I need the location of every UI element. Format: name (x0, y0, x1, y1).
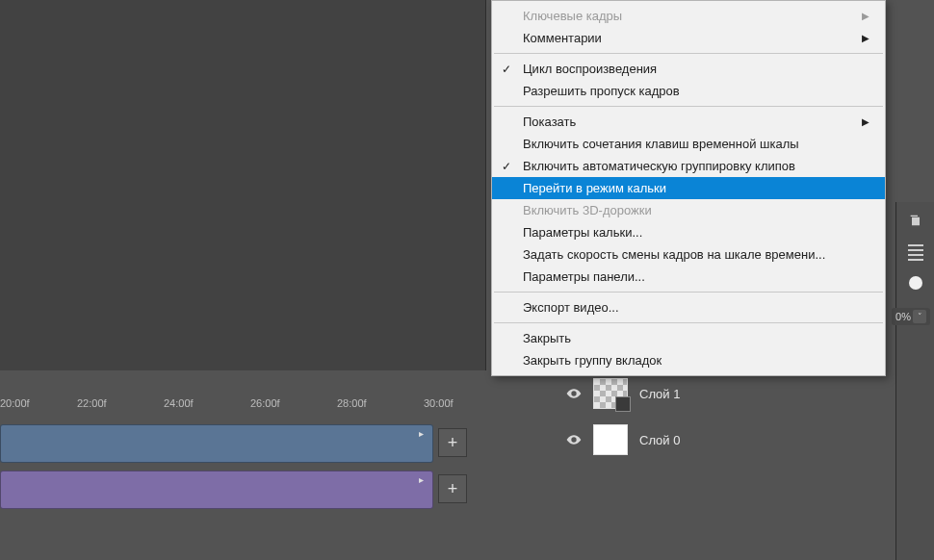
menu-item[interactable]: Комментарии▶ (492, 27, 885, 49)
menu-item[interactable]: Разрешить пропуск кадров (492, 80, 885, 102)
menu-item[interactable]: Перейти в режим кальки (492, 177, 885, 199)
menu-item-label: Показать (523, 115, 576, 129)
menu-item[interactable]: Параметры кальки... (492, 221, 885, 243)
menu-item-label: Разрешить пропуск кадров (523, 84, 680, 98)
menu-item[interactable]: Включить сочетания клавиш временной шкал… (492, 133, 885, 155)
menu-item-label: Цикл воспроизведения (523, 62, 657, 76)
timeline-ruler[interactable]: 20:00f 22:00f 24:00f 26:00f 28:00f 30:00… (0, 392, 486, 413)
time-tick: 26:00f (250, 397, 280, 409)
menu-item[interactable]: ✓Включить автоматическую группировку кли… (492, 155, 885, 177)
visibility-icon[interactable] (566, 386, 582, 401)
menu-item[interactable]: Закрыть группу вкладок (492, 349, 885, 371)
menu-item-label: Включить автоматическую группировку клип… (523, 159, 795, 173)
menu-item-label: Экспорт видео... (523, 300, 619, 315)
menu-item[interactable]: Задать скорость смены кадров на шкале вр… (492, 243, 885, 266)
menu-item-label: Задать скорость смены кадров на шкале вр… (523, 247, 825, 262)
menu-item-label: Закрыть группу вкладок (523, 353, 662, 368)
menu-item[interactable]: Экспорт видео... (492, 296, 885, 318)
menu-separator (494, 106, 883, 107)
layer-row[interactable]: Слой 0 (558, 417, 905, 463)
time-tick: 28:00f (337, 397, 367, 409)
time-tick: 22:00f (77, 397, 107, 409)
add-track-button[interactable]: + (438, 428, 467, 457)
menu-item: Ключевые кадры▶ (492, 5, 885, 27)
time-tick: 20:00f (0, 397, 30, 409)
menu-item[interactable]: Параметры панели... (492, 266, 885, 288)
menu-item-label: Включить сочетания клавиш временной шкал… (523, 137, 799, 151)
menu-item-label: Ключевые кадры (523, 9, 622, 23)
timeline-area: 20:00f 22:00f 24:00f 26:00f 28:00f 30:00… (0, 370, 486, 560)
menu-item[interactable]: Показать▶ (492, 111, 885, 133)
layer-name[interactable]: Слой 0 (639, 433, 680, 447)
visibility-icon[interactable] (566, 432, 582, 447)
check-icon: ✓ (502, 63, 511, 76)
check-icon: ✓ (502, 160, 511, 173)
add-track-button[interactable]: + (438, 474, 467, 503)
menu-item-label: Перейти в режим кальки (523, 181, 666, 195)
menu-separator (494, 322, 883, 323)
layers-panel: Слой 1 Слой 0 (558, 370, 905, 486)
menu-item[interactable]: ✓Цикл воспроизведения (492, 58, 885, 80)
chevron-down-icon[interactable]: ˅ (913, 310, 926, 323)
menu-item-label: Параметры кальки... (523, 225, 642, 240)
opacity-readout[interactable]: 0% ˅ (892, 308, 930, 325)
submenu-arrow-icon: ▶ (862, 33, 869, 43)
submenu-arrow-icon: ▶ (862, 116, 869, 127)
time-tick: 24:00f (164, 397, 194, 409)
timeline-clip-blue[interactable]: ▸ (0, 424, 433, 463)
layer-thumbnail[interactable] (593, 424, 628, 455)
menu-item-label: Включить 3D-дорожки (523, 203, 652, 217)
opacity-value: 0% (895, 311, 911, 322)
color-dot-icon[interactable] (909, 276, 922, 290)
clip-menu-icon[interactable]: ▸ (419, 428, 428, 438)
menu-item-label: Параметры панели... (523, 269, 645, 284)
layer-row[interactable]: Слой 1 (558, 370, 905, 417)
menu-separator (494, 292, 883, 293)
menu-item: Включить 3D-дорожки (492, 199, 885, 221)
layer-name[interactable]: Слой 1 (639, 387, 680, 401)
submenu-arrow-icon: ▶ (862, 11, 869, 21)
timeline-clip-purple[interactable]: ▸ (0, 471, 433, 509)
clip-menu-icon[interactable]: ▸ (419, 474, 428, 484)
timeline-context-menu: Ключевые кадры▶Комментарии▶✓Цикл воспрои… (491, 0, 886, 376)
preview-canvas (0, 0, 486, 370)
time-tick: 30:00f (424, 397, 454, 409)
trash-icon[interactable] (907, 212, 924, 229)
layer-thumbnail[interactable] (593, 378, 628, 409)
menu-item-label: Комментарии (523, 31, 602, 45)
menu-item-label: Закрыть (523, 331, 571, 345)
menu-item[interactable]: Закрыть (492, 327, 885, 349)
menu-separator (494, 53, 883, 54)
properties-strip (895, 202, 934, 560)
panel-menu-icon[interactable] (908, 244, 923, 261)
